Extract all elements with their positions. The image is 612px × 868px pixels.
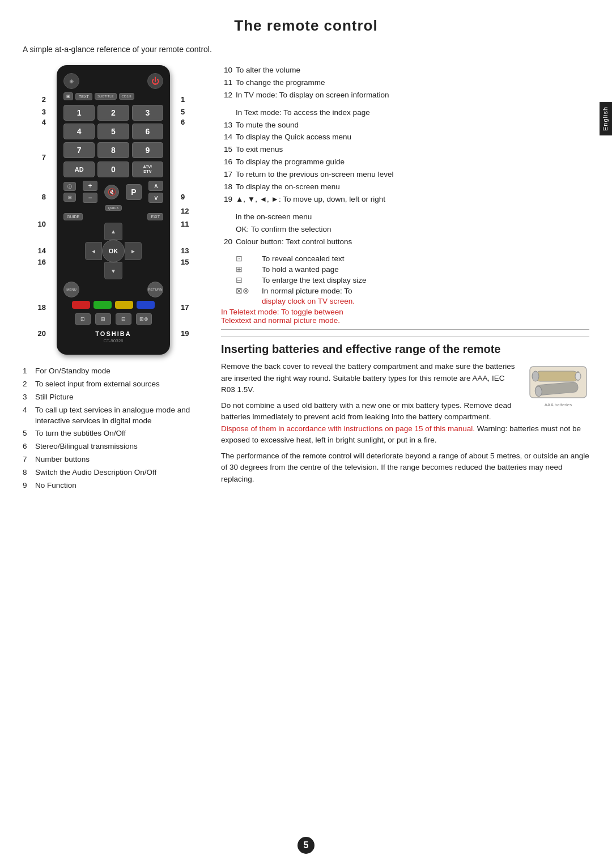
list-item: 15To exit menus bbox=[221, 144, 589, 155]
subtitle-button[interactable]: SUBTITLE bbox=[95, 93, 117, 100]
power-button[interactable]: ⏻ bbox=[147, 73, 163, 89]
atv-button[interactable]: ATV/DTV bbox=[132, 161, 163, 177]
vol-down-button[interactable]: − bbox=[83, 193, 97, 203]
list-item: 20Colour button: Text control buttons bbox=[221, 237, 589, 248]
list-num-3: 3 bbox=[23, 392, 32, 403]
list-item: 10To alter the volume bbox=[221, 65, 589, 76]
list-desc-1: For On/Standby mode bbox=[35, 366, 110, 377]
list-num-8: 8 bbox=[23, 467, 32, 478]
list-item: 14To display the Quick access menu bbox=[221, 132, 589, 143]
list-item: 13To mute the sound bbox=[221, 120, 589, 131]
battery-red-text: Dispose of them in accordance with instr… bbox=[221, 424, 475, 433]
list-num-5: 5 bbox=[23, 428, 32, 439]
page-title: The remote control bbox=[23, 17, 589, 35]
label-18: 18 bbox=[38, 303, 46, 312]
ok-button[interactable]: OK bbox=[102, 240, 125, 262]
label-16: 16 bbox=[38, 258, 46, 266]
btn-9[interactable]: 9 bbox=[132, 142, 163, 158]
list-desc-8: Switch the Audio Description On/Off bbox=[35, 467, 156, 478]
label-4: 4 bbox=[42, 118, 46, 126]
colour-item-yellow: ⊟ To enlarge the text display size bbox=[236, 275, 589, 284]
list-desc-5: To turn the subtitles On/Off bbox=[35, 428, 126, 439]
label-12: 12 bbox=[181, 207, 189, 215]
tele-btn-3[interactable]: ⊟ bbox=[116, 313, 131, 325]
descriptions-list: 10To alter the volume 11To change the pr… bbox=[221, 65, 589, 101]
label-11: 11 bbox=[181, 220, 189, 228]
green-button[interactable] bbox=[94, 301, 112, 309]
list-desc-4: To call up text services in analogue mod… bbox=[35, 405, 204, 427]
normal-picture-red: display clock on TV screen. bbox=[262, 297, 589, 305]
section2-heading: Inserting batteries and effective range … bbox=[221, 337, 589, 356]
label-13: 13 bbox=[181, 246, 189, 255]
dpad-up-button[interactable]: ▲ bbox=[104, 223, 122, 240]
still-button[interactable]: ▣ bbox=[63, 92, 73, 100]
list-item-indent: In Text mode: To access the index page bbox=[221, 108, 589, 118]
descriptions-list-3: 20Colour button: Text control buttons bbox=[221, 237, 589, 248]
battery-image: AAA batteries bbox=[527, 361, 589, 412]
vol-up-button[interactable]: + bbox=[83, 181, 97, 191]
dpad-right-button[interactable]: ► bbox=[125, 242, 142, 260]
battery-section: AAA batteries Remove the back cover to r… bbox=[221, 361, 589, 485]
btn-2[interactable]: 2 bbox=[97, 105, 129, 121]
list-num-6: 6 bbox=[23, 441, 32, 452]
list-num-9: 9 bbox=[23, 480, 32, 491]
btn-0[interactable]: 0 bbox=[97, 161, 129, 177]
btn-5[interactable]: 5 bbox=[97, 124, 129, 139]
ch-down-button[interactable]: ∨ bbox=[148, 193, 163, 203]
list-desc-9: No Function bbox=[35, 480, 76, 491]
ad-button[interactable]: AD bbox=[63, 161, 95, 177]
list-item-indent-3: OK: To confirm the selection bbox=[221, 224, 589, 235]
list-item: 18To display the on-screen menu bbox=[221, 182, 589, 193]
p-button[interactable]: P bbox=[126, 184, 142, 200]
btn-6[interactable]: 6 bbox=[132, 124, 163, 139]
input-button[interactable]: ⊕ bbox=[63, 73, 79, 89]
battery-text-4: The performance of the remote control wi… bbox=[221, 450, 589, 485]
side-tab-english: English bbox=[600, 102, 612, 135]
brand-logo: TOSHIBA bbox=[63, 330, 163, 337]
guide-exit-row: GUIDE EXIT bbox=[63, 213, 163, 220]
remote-control: ⊕ ⏻ ▣ TEXT SUBTITLE CD1/II 1 bbox=[57, 65, 170, 355]
svg-rect-1 bbox=[536, 371, 578, 381]
label-19: 19 bbox=[181, 329, 189, 338]
colour-item-blue: ⊠⊗ In normal picture mode: To bbox=[236, 286, 589, 295]
list-desc-6: Stereo/Bilingual transmissions bbox=[35, 441, 138, 452]
svg-text:AAA batteries: AAA batteries bbox=[545, 402, 572, 407]
blue-button[interactable] bbox=[137, 301, 155, 309]
btn-7[interactable]: 7 bbox=[63, 142, 95, 158]
guide-button[interactable]: GUIDE bbox=[63, 213, 83, 220]
model-number: CT-90326 bbox=[63, 338, 163, 343]
label-2: 2 bbox=[42, 95, 46, 104]
btn-1[interactable]: 1 bbox=[63, 105, 95, 121]
label-6: 6 bbox=[181, 118, 185, 126]
mute-button[interactable]: 🔇 bbox=[104, 185, 119, 199]
ch-up-button[interactable]: ∧ bbox=[148, 181, 163, 191]
label-5: 5 bbox=[181, 108, 185, 116]
colour-item-green: ⊞ To hold a wanted page bbox=[236, 265, 589, 274]
label-15: 15 bbox=[181, 258, 189, 266]
return-button[interactable]: RETURN bbox=[147, 282, 163, 297]
tele-btn-4[interactable]: ⊠⊗ bbox=[136, 313, 152, 325]
label-8: 8 bbox=[42, 193, 46, 201]
btn-3[interactable]: 3 bbox=[132, 105, 163, 121]
label-14: 14 bbox=[38, 246, 46, 255]
btn-4[interactable]: 4 bbox=[63, 124, 95, 139]
exit-button[interactable]: EXIT bbox=[147, 213, 163, 220]
red-button[interactable] bbox=[72, 301, 90, 309]
dpad: ▲ ▼ ◄ ► OK bbox=[85, 223, 142, 279]
svg-point-4 bbox=[575, 372, 581, 380]
yellow-button[interactable] bbox=[115, 301, 133, 309]
menu-button[interactable]: MENU bbox=[63, 282, 79, 297]
dpad-left-button[interactable]: ◄ bbox=[85, 242, 102, 260]
list-desc-3: Still Picture bbox=[35, 392, 74, 403]
tele-btn-1[interactable]: ⊡ bbox=[75, 313, 91, 325]
quick-button[interactable]: QUICK bbox=[105, 205, 121, 211]
tele-btn-2[interactable]: ⊞ bbox=[95, 313, 111, 325]
list-desc-2: To select input from external sources bbox=[35, 379, 160, 390]
svg-point-3 bbox=[532, 371, 539, 381]
label-3: 3 bbox=[42, 108, 46, 116]
color-buttons bbox=[63, 301, 163, 309]
cd-button[interactable]: CD1/II bbox=[119, 93, 134, 100]
dpad-down-button[interactable]: ▼ bbox=[104, 262, 122, 279]
btn-8[interactable]: 8 bbox=[97, 142, 129, 158]
text-button[interactable]: TEXT bbox=[75, 93, 92, 100]
